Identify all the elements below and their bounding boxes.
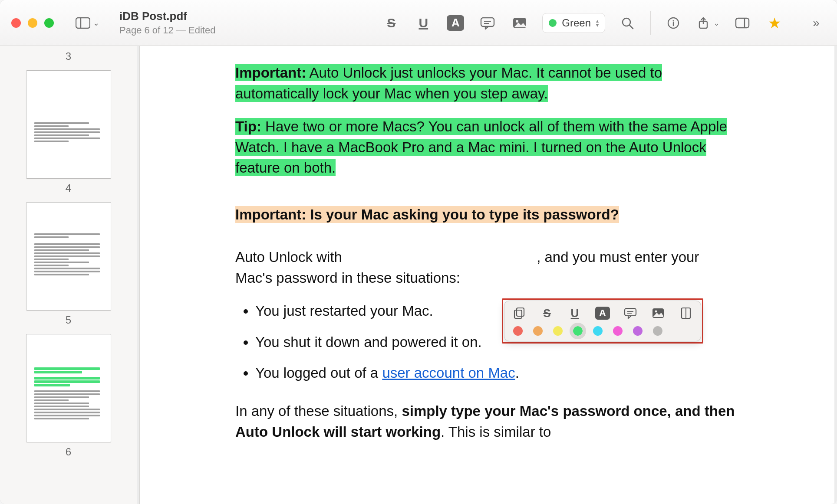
image-icon: [652, 307, 665, 319]
fullscreen-window-button[interactable]: [44, 18, 54, 28]
more-button[interactable]: »: [807, 13, 826, 33]
note-button[interactable]: [623, 305, 638, 321]
svg-rect-17: [517, 308, 524, 316]
text: You just restarted your Mac.: [255, 303, 433, 319]
svg-rect-14: [736, 18, 749, 28]
text: Have two or more Macs? You can unlock al…: [235, 118, 727, 176]
highlight-color-option[interactable]: [573, 326, 583, 336]
svg-rect-16: [514, 310, 522, 318]
text: You shut it down and powered it on.: [255, 334, 482, 350]
highlight-color-option[interactable]: [533, 326, 543, 336]
highlight-color-dot: [549, 19, 557, 27]
strikethrough-button[interactable]: S: [382, 13, 401, 33]
thumbnail-number: 6: [66, 446, 71, 458]
thumbnail-page-5[interactable]: [26, 202, 111, 311]
text-bold: Tip:: [235, 118, 261, 134]
strikethrough-button[interactable]: S: [539, 305, 555, 321]
image-icon: [512, 16, 527, 29]
text-style-button[interactable]: A: [595, 305, 610, 321]
thumbnail-page-4[interactable]: [26, 70, 111, 179]
image-button[interactable]: [650, 305, 666, 321]
content-area[interactable]: Important: Auto Unlock just unlocks your…: [137, 46, 837, 504]
svg-rect-2: [481, 18, 494, 26]
chevron-right-double-icon: »: [813, 16, 820, 30]
note-icon: [624, 307, 637, 319]
chevron-down-icon: ⌄: [93, 18, 99, 28]
paragraph-tip: Tip: Have two or more Macs? You can unlo…: [235, 116, 739, 179]
search-icon: [620, 16, 635, 29]
minimize-window-button[interactable]: [28, 18, 37, 28]
markup-popup: S U A: [502, 298, 703, 344]
bookmark-icon: [679, 307, 692, 319]
info-icon: [666, 16, 681, 29]
highlight-color-option[interactable]: [553, 326, 563, 336]
svg-point-10: [672, 20, 674, 21]
text: Auto Unlock with: [235, 249, 342, 265]
toolbar-divider: [650, 11, 651, 35]
highlight-color-option[interactable]: [613, 326, 623, 336]
thumbnail-number: 5: [66, 314, 71, 326]
titlebar: ⌄ iDB Post.pdf Page 6 of 12 — Edited S U…: [0, 0, 837, 46]
thumbnail-number: 3: [66, 50, 71, 62]
panel-icon: [735, 16, 750, 29]
link-user-account[interactable]: user account on Mac: [382, 365, 515, 381]
document-title: iDB Post.pdf: [119, 10, 215, 23]
text: .: [515, 365, 519, 381]
star-icon: ★: [768, 14, 781, 32]
thumbnail-sidebar: 3 4 5: [0, 46, 137, 504]
highlight-color-picker[interactable]: Green ▴▾: [542, 13, 605, 33]
text-bold: Important:: [235, 65, 306, 81]
search-button[interactable]: [618, 13, 637, 33]
text: You logged out of a: [255, 365, 382, 381]
traffic-lights: [11, 18, 54, 28]
share-icon: [696, 16, 711, 29]
thumbnail-number: 4: [66, 182, 71, 194]
chevron-down-icon: ⌄: [713, 18, 720, 28]
image-button[interactable]: [510, 13, 529, 33]
panel-button[interactable]: [733, 13, 752, 33]
copy-icon: [513, 307, 526, 319]
document-subtitle: Page 6 of 12 — Edited: [119, 25, 215, 36]
paragraph-heading: Important: Is your Mac asking you to typ…: [235, 204, 739, 225]
share-button[interactable]: ⌄: [696, 13, 720, 33]
title-block: iDB Post.pdf Page 6 of 12 — Edited: [119, 10, 215, 36]
sidebar-toggle-button[interactable]: ⌄: [71, 13, 104, 33]
close-window-button[interactable]: [11, 18, 21, 28]
stepper-icon: ▴▾: [596, 19, 599, 27]
note-icon: [480, 16, 495, 29]
color-row: [511, 326, 694, 336]
sidebar-icon: [76, 17, 90, 29]
text-style-button[interactable]: A: [446, 13, 465, 33]
svg-point-6: [516, 20, 518, 23]
highlight-color-option[interactable]: [593, 326, 603, 336]
thumbnail-page-6[interactable]: [26, 334, 111, 442]
bookmark-button[interactable]: [678, 305, 694, 321]
text: . This is similar to: [441, 424, 551, 440]
underline-button[interactable]: U: [567, 305, 583, 321]
text: In any of these situations,: [235, 403, 402, 419]
svg-line-8: [629, 25, 633, 29]
svg-rect-18: [625, 308, 636, 316]
info-button[interactable]: [664, 13, 683, 33]
svg-point-22: [655, 311, 657, 313]
highlight-color-label: Green: [562, 17, 591, 29]
paragraph-body: Auto Unlock with , and you must enter yo…: [235, 247, 739, 288]
pdf-page: Important: Auto Unlock just unlocks your…: [140, 46, 834, 504]
highlight-color-option[interactable]: [653, 326, 662, 336]
svg-rect-0: [76, 18, 90, 28]
favorite-button[interactable]: ★: [765, 13, 784, 33]
note-button[interactable]: [478, 13, 497, 33]
underline-button[interactable]: U: [414, 13, 433, 33]
text-heading: Important: Is your Mac asking you to typ…: [235, 206, 619, 223]
copy-button[interactable]: [511, 305, 527, 321]
paragraph-important: Important: Auto Unlock just unlocks your…: [235, 62, 739, 104]
highlight-color-option[interactable]: [633, 326, 643, 336]
highlight-color-option[interactable]: [513, 326, 523, 336]
toolbar: S U A Green ▴▾ ⌄: [382, 11, 826, 35]
paragraph-body: In any of these situations, simply type …: [235, 401, 739, 442]
list-item: You logged out of a user account on Mac.: [255, 363, 739, 383]
